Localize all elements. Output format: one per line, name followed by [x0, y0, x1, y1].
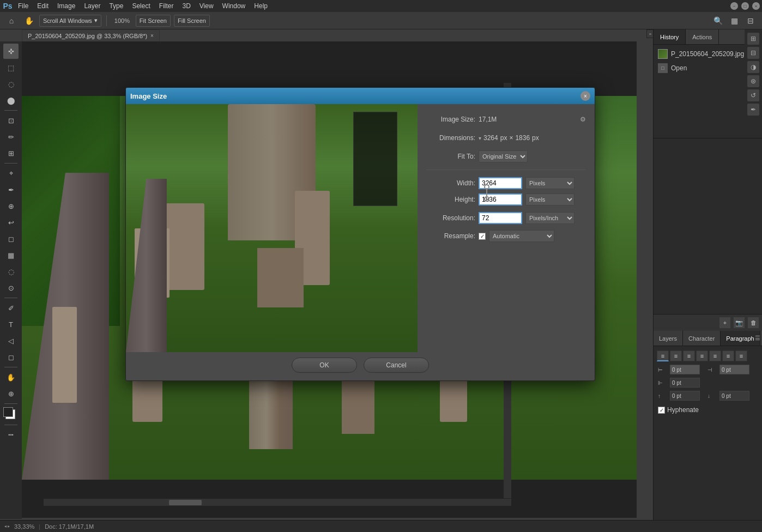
align-right-btn[interactable]: ≡ — [683, 350, 695, 361]
maximize-btn[interactable]: □ — [741, 2, 749, 10]
eyedropper-tool[interactable]: ✏ — [3, 129, 19, 144]
close-btn[interactable]: × — [752, 2, 760, 10]
pen-tool[interactable]: ✐ — [3, 300, 19, 316]
bottom-scrollbar[interactable] — [44, 498, 511, 506]
history-brush-tool[interactable]: ↩ — [3, 215, 19, 230]
ctrl-wh-group: Width: Pixels Percent Inches Height: Pix… — [426, 177, 586, 206]
move-tool[interactable]: ✜ — [3, 44, 19, 59]
history-icon[interactable]: ↺ — [747, 89, 759, 101]
resolution-input[interactable] — [479, 212, 522, 224]
doc-tab[interactable]: P_20150604_205209.jpg @ 33,3% (RGB/8*) × — [22, 29, 160, 41]
space-after-input[interactable] — [719, 391, 749, 401]
align-left-btn[interactable]: ≡ — [657, 350, 669, 361]
menu-3d[interactable]: 3D — [178, 0, 194, 12]
hand-tool[interactable]: ✋ — [3, 370, 19, 385]
channels-icon[interactable]: ⊞ — [747, 33, 759, 45]
quick-select-tool[interactable]: ⬤ — [3, 93, 19, 108]
align-center-btn[interactable]: ≡ — [670, 350, 682, 361]
scroll-thumb[interactable] — [169, 500, 202, 505]
dialog-close-btn[interactable]: × — [580, 91, 590, 101]
menu-select[interactable]: Select — [128, 0, 154, 12]
status-arrow-right[interactable]: ▸ — [8, 524, 10, 529]
color-swatches[interactable] — [3, 407, 19, 422]
eraser-tool[interactable]: ◻ — [3, 231, 19, 246]
scroll-all-dropdown[interactable]: Scroll All Windows ▾ — [39, 15, 101, 27]
dim-arrow-icon[interactable]: ▾ — [479, 135, 481, 141]
tab-layers[interactable]: Layers — [654, 331, 683, 346]
para-panel-menu[interactable]: ☰ — [755, 335, 760, 342]
minimize-btn[interactable]: − — [730, 2, 738, 10]
resample-select[interactable]: Automatic Preserve Details Bicubic — [489, 230, 554, 242]
spot-heal-tool[interactable]: ⌖ — [3, 166, 19, 181]
menu-file[interactable]: File — [14, 0, 32, 12]
space-before-input[interactable] — [670, 391, 700, 401]
shape-tool[interactable]: ◻ — [3, 349, 19, 365]
new-layer-btn[interactable]: + — [719, 317, 731, 329]
width-unit-select[interactable]: Pixels Percent Inches — [525, 177, 574, 189]
adjustments-icon[interactable]: ◑ — [747, 61, 759, 73]
image-size-settings-icon[interactable]: ⚙ — [580, 116, 586, 123]
dodge-tool[interactable]: ⊙ — [3, 280, 19, 295]
space-before-icon: ↑ — [658, 393, 668, 399]
tool-sep-1 — [4, 110, 17, 111]
fit-to-select[interactable]: Original Size — [479, 150, 528, 162]
tab-paragraph[interactable]: Paragraph — [721, 331, 760, 346]
justify-btn[interactable]: ≡ — [696, 350, 708, 361]
resolution-unit-select[interactable]: Pixels/Inch Pixels/Cm — [525, 212, 574, 224]
brush-tool[interactable]: ✒ — [3, 182, 19, 197]
fit-screen-btn[interactable]: Fit Screen — [136, 15, 171, 27]
height-unit-select[interactable]: Pixels Percent Inches — [525, 194, 574, 205]
justify-center-btn[interactable]: ≡ — [709, 350, 721, 361]
path-select-tool[interactable]: ◁ — [3, 333, 19, 348]
measure-tool[interactable]: ⊞ — [3, 146, 19, 161]
tab-character[interactable]: Character — [683, 331, 721, 346]
home-icon[interactable]: ⌂ — [4, 14, 19, 27]
menu-layer[interactable]: Layer — [80, 0, 104, 12]
foreground-color[interactable] — [3, 407, 13, 417]
search-icon[interactable]: 🔍 — [711, 14, 725, 27]
menu-type[interactable]: Type — [105, 0, 127, 12]
menu-edit[interactable]: Edit — [33, 0, 52, 12]
menu-image[interactable]: Image — [53, 0, 79, 12]
text-tool[interactable]: T — [3, 317, 19, 332]
menu-view[interactable]: View — [196, 0, 217, 12]
doc-tab-close[interactable]: × — [150, 33, 154, 39]
crop-tool[interactable]: ⊡ — [3, 113, 19, 128]
justify-all-btn[interactable]: ≡ — [735, 350, 747, 361]
selection-tool[interactable]: ⬚ — [3, 60, 19, 75]
tool-sep-2 — [4, 163, 17, 164]
gradient-tool[interactable]: ▦ — [3, 247, 19, 263]
zoom-tool[interactable]: ⊕ — [3, 386, 19, 401]
status-zoom: 33,33% — [14, 523, 34, 530]
delete-btn[interactable]: 🗑 — [747, 317, 759, 329]
clone-tool[interactable]: ⊕ — [3, 198, 19, 214]
menu-help[interactable]: Help — [250, 0, 271, 12]
indent-right-input[interactable] — [719, 365, 749, 374]
status-nav-arrows: ◂ ▸ — [4, 524, 10, 529]
ok-button[interactable]: OK — [292, 358, 357, 373]
tab-actions[interactable]: Actions — [686, 29, 719, 44]
brush-preset-icon[interactable]: ✒ — [747, 104, 759, 116]
hyphenate-checkbox[interactable] — [658, 407, 665, 414]
tab-history[interactable]: History — [654, 29, 686, 44]
menu-filter[interactable]: Filter — [155, 0, 178, 12]
blur-tool[interactable]: ◌ — [3, 264, 19, 279]
cancel-button[interactable]: Cancel — [364, 358, 429, 373]
fill-screen-btn[interactable]: Fill Screen — [174, 15, 210, 27]
justify-right-btn[interactable]: ≡ — [722, 350, 734, 361]
hand-tool-btn[interactable]: ✋ — [22, 14, 36, 27]
arrange-icon[interactable]: ▦ — [727, 14, 741, 27]
indent-left-input[interactable] — [670, 365, 700, 374]
first-line-input[interactable] — [670, 378, 700, 388]
camera-btn[interactable]: 📷 — [733, 317, 745, 329]
layers-icon[interactable]: ⊟ — [747, 47, 759, 59]
workspace-icon[interactable]: ⊟ — [743, 14, 758, 27]
lasso-tool[interactable]: ◌ — [3, 76, 19, 92]
status-bar: ◂ ▸ 33,33% | Doc: 17,1M/17,1M — [0, 520, 762, 532]
extra-tools[interactable]: ••• — [3, 427, 19, 443]
status-arrow-left[interactable]: ◂ — [4, 524, 7, 529]
options-bar: ⌂ ✋ Scroll All Windows ▾ 100% Fit Screen… — [0, 12, 762, 29]
menu-window[interactable]: Window — [219, 0, 250, 12]
styles-icon[interactable]: ⊛ — [747, 75, 759, 87]
resample-checkbox[interactable] — [479, 233, 486, 240]
